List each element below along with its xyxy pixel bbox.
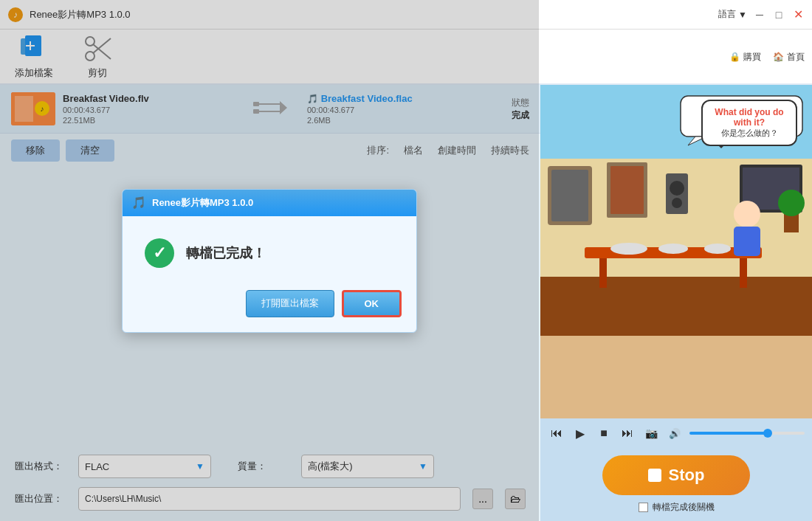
svg-point-30 bbox=[670, 181, 684, 196]
svg-point-36 bbox=[734, 201, 760, 227]
svg-point-38 bbox=[610, 243, 647, 255]
svg-point-31 bbox=[672, 198, 682, 208]
screenshot-button[interactable]: 📷 bbox=[642, 424, 660, 442]
dialog-title-icon: 🎵 bbox=[131, 196, 146, 210]
open-output-button[interactable]: 打開匯出檔案 bbox=[246, 290, 334, 317]
svg-rect-23 bbox=[599, 258, 607, 288]
volume-slider[interactable] bbox=[689, 432, 805, 435]
dialog-overlay: 🎵 Renee影片轉MP3 1.0.0 ✓ 轉檔已完成！ 打開匯出檔案 OK bbox=[0, 0, 539, 521]
stop-button[interactable]: ■ bbox=[595, 424, 613, 442]
right-panel: What did you do with it? 你是怎么做的？ ⏮ ▶ ■ ⏭… bbox=[540, 85, 812, 521]
play-button[interactable]: ▶ bbox=[571, 424, 589, 442]
main-stop-button[interactable]: Stop bbox=[602, 455, 750, 495]
speech-main: What did you do with it? bbox=[712, 107, 787, 128]
video-preview: What did you do with it? 你是怎么做的？ bbox=[540, 85, 812, 418]
volume-thumb bbox=[763, 429, 772, 438]
minimize-button[interactable]: ─ bbox=[753, 8, 766, 21]
svg-rect-26 bbox=[551, 170, 588, 221]
shutdown-checkbox[interactable] bbox=[639, 503, 648, 512]
svg-rect-24 bbox=[740, 258, 747, 288]
stop-area: Stop 轉檔完成後關機 bbox=[540, 448, 812, 521]
prev-button[interactable]: ⏮ bbox=[548, 424, 565, 442]
speech-sub: 你是怎么做的？ bbox=[712, 128, 787, 139]
next-button[interactable]: ⏭ bbox=[619, 424, 636, 442]
svg-rect-37 bbox=[734, 227, 760, 256]
shutdown-row: 轉檔完成後關機 bbox=[639, 501, 715, 514]
player-controls: ⏮ ▶ ■ ⏭ 📷 🔊 bbox=[540, 418, 812, 448]
dialog-footer: 打開匯出檔案 OK bbox=[123, 283, 416, 332]
video-scene: What did you do with it? 你是怎么做的？ bbox=[540, 85, 812, 418]
home-button[interactable]: 🏠 首頁 bbox=[773, 50, 805, 63]
svg-point-35 bbox=[778, 190, 805, 216]
purchase-button[interactable]: 🔒 購買 bbox=[729, 50, 761, 63]
svg-rect-21 bbox=[540, 277, 812, 336]
dialog-titlebar: 🎵 Renee影片轉MP3 1.0.0 bbox=[123, 190, 416, 216]
svg-point-39 bbox=[658, 244, 688, 254]
stop-label: Stop bbox=[669, 466, 705, 485]
success-icon: ✓ bbox=[145, 238, 174, 268]
dialog-body: ✓ 轉檔已完成！ bbox=[123, 216, 416, 283]
svg-rect-28 bbox=[610, 166, 644, 214]
top-right-buttons: 🔒 購買 🏠 首頁 bbox=[729, 50, 805, 63]
speech-bubble: What did you do with it? 你是怎么做的？ bbox=[701, 100, 797, 146]
stop-icon bbox=[648, 469, 661, 482]
dialog-title: Renee影片轉MP3 1.0.0 bbox=[152, 196, 253, 210]
shutdown-label: 轉檔完成後關機 bbox=[653, 501, 715, 514]
maximize-button[interactable]: □ bbox=[772, 8, 785, 21]
lang-selector[interactable]: 語言 ▼ bbox=[718, 8, 747, 21]
dialog-message: 轉檔已完成！ bbox=[186, 244, 266, 262]
volume-icon: 🔊 bbox=[666, 424, 684, 442]
dialog: 🎵 Renee影片轉MP3 1.0.0 ✓ 轉檔已完成！ 打開匯出檔案 OK bbox=[122, 189, 417, 333]
svg-point-40 bbox=[704, 244, 731, 254]
titlebar-controls: 語言 ▼ ─ □ ✕ bbox=[718, 8, 805, 21]
ok-button[interactable]: OK bbox=[342, 290, 402, 317]
close-button[interactable]: ✕ bbox=[791, 8, 805, 21]
